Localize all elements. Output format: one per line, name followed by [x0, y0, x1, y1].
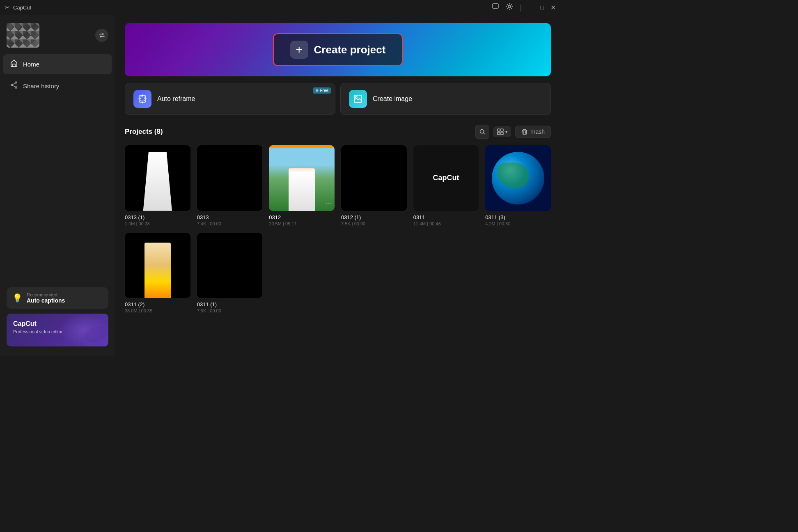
project-name: 0311 (2): [125, 301, 190, 307]
project-name: 0313: [197, 214, 263, 220]
svg-rect-15: [501, 132, 503, 135]
border-top: [269, 145, 335, 148]
recommended-label: Recommended: [27, 292, 65, 297]
person-figure: [289, 168, 315, 211]
settings-icon[interactable]: [506, 3, 513, 12]
earth-land: [497, 163, 529, 189]
auto-reframe-label: Auto reframe: [157, 95, 195, 103]
share-icon: [10, 81, 18, 91]
plus-icon: +: [290, 41, 308, 59]
create-project-button[interactable]: + Create project: [273, 33, 403, 66]
close-button[interactable]: ✕: [550, 4, 556, 11]
recommended-auto-captions-card[interactable]: 💡 Recommended Auto captions: [7, 287, 108, 309]
project-thumb-0312: ···: [269, 145, 335, 211]
app-body: Home Share history 💡 Recommended: [0, 15, 561, 356]
project-item-0311-1[interactable]: 0311 (1) 7.5K | 00:00: [197, 233, 263, 314]
sidebar-item-share-history-label: Share history: [23, 83, 59, 89]
project-thumb-0312-1: [341, 145, 407, 211]
create-image-card[interactable]: Create image: [340, 83, 551, 115]
avatar[interactable]: [7, 23, 39, 48]
sidebar-nav: Home Share history: [0, 54, 115, 96]
trash-label: Trash: [530, 128, 545, 135]
sidebar-item-home[interactable]: Home: [3, 54, 112, 74]
home-icon: [10, 59, 18, 69]
project-thumb-0311-1: [197, 233, 263, 298]
lightbulb-icon: 💡: [12, 293, 23, 303]
project-meta: 38.0M | 00:35: [125, 308, 190, 313]
minimize-button[interactable]: —: [528, 4, 534, 11]
project-item-0312-1[interactable]: 0312 (1) 7.5K | 00:00: [341, 145, 407, 226]
promo-decoration: [67, 314, 108, 346]
project-item-0311[interactable]: CapCut 0311 11.4M | 00:46: [413, 145, 479, 226]
project-thumb-0311-2: [125, 233, 190, 298]
view-toggle-button[interactable]: ▾: [493, 126, 511, 137]
project-item-0311-3[interactable]: 0311 (3) 4.2M | 00:30: [485, 145, 551, 226]
recommended-text: Recommended Auto captions: [27, 292, 65, 304]
titlebar-left: ✂ CapCut: [5, 4, 31, 11]
project-meta: 7.4K | 00:00: [197, 221, 263, 226]
project-thumb-0311-3: [485, 145, 551, 211]
create-image-label: Create image: [373, 95, 412, 103]
project-meta: 1.0M | 00:38: [125, 221, 190, 226]
svg-rect-8: [140, 97, 144, 101]
project-meta: 7.5K | 00:00: [197, 308, 263, 313]
recommended-title: Auto captions: [27, 297, 65, 304]
project-thumb-0313: [197, 145, 263, 211]
project-item-0311-2[interactable]: 0311 (2) 38.0M | 00:35: [125, 233, 190, 314]
avatar-image: [7, 23, 39, 48]
divider: |: [520, 3, 522, 12]
feedback-icon[interactable]: [492, 3, 499, 12]
free-badge-label: Free: [320, 88, 328, 93]
earth-sphere: [492, 152, 544, 204]
project-item-0312[interactable]: ··· 0312 20.5M | 05:17: [269, 145, 335, 226]
project-name: 0312: [269, 214, 335, 220]
sidebar-item-home-label: Home: [23, 61, 39, 68]
app-title: CapCut: [13, 5, 31, 11]
capcut-thumb-text: CapCut: [433, 174, 459, 182]
project-meta: 11.4M | 00:46: [413, 221, 479, 226]
project-name: 0311: [413, 214, 479, 220]
project-name: 0312 (1): [341, 214, 407, 220]
hero-banner: + Create project: [125, 23, 551, 76]
sidebar-bottom: 💡 Recommended Auto captions CapCut Profe…: [0, 282, 115, 351]
project-meta: 20.5M | 05:17: [269, 221, 335, 226]
maximize-button[interactable]: □: [541, 4, 544, 11]
titlebar-controls: | — □ ✕: [492, 3, 556, 12]
project-name: 0313 (1): [125, 214, 190, 220]
project-name: 0311 (1): [197, 301, 263, 307]
main-content: + Create project ⊕ Free Auto reframe: [115, 15, 561, 356]
svg-rect-0: [493, 4, 498, 8]
svg-point-1: [508, 5, 511, 8]
project-name: 0311 (3): [485, 214, 551, 220]
projects-grid: 0313 (1) 1.0M | 00:38 0313 7.4K | 00:00: [125, 145, 551, 313]
create-project-label: Create project: [314, 44, 386, 56]
app-logo-icon: ✂: [5, 4, 10, 11]
svg-rect-13: [501, 129, 503, 131]
figure-yellow: [144, 243, 171, 298]
sidebar: Home Share history 💡 Recommended: [0, 15, 115, 356]
plus-badge-icon: ⊕: [315, 88, 319, 93]
switch-account-button[interactable]: [95, 29, 108, 42]
project-meta: 4.2M | 00:30: [485, 221, 551, 226]
view-toggle-chevron: ▾: [505, 130, 507, 134]
projects-title: Projects (8): [125, 128, 163, 136]
auto-reframe-card[interactable]: ⊕ Free Auto reframe: [125, 83, 335, 115]
projects-tools: ▾ Trash: [475, 125, 551, 139]
reframe-icon: [133, 90, 151, 108]
more-icon[interactable]: ···: [325, 199, 331, 208]
trash-button[interactable]: Trash: [515, 126, 551, 138]
free-badge: ⊕ Free: [313, 87, 331, 94]
project-item-0313-1[interactable]: 0313 (1) 1.0M | 00:38: [125, 145, 190, 226]
thumb-figure: [140, 152, 176, 211]
search-button[interactable]: [475, 125, 489, 139]
sidebar-profile: [0, 20, 115, 54]
svg-rect-12: [498, 129, 500, 131]
projects-header: Projects (8) ▾: [125, 125, 551, 139]
sidebar-item-share-history[interactable]: Share history: [3, 76, 112, 96]
project-item-0313[interactable]: 0313 7.4K | 00:00: [197, 145, 263, 226]
svg-rect-14: [498, 132, 500, 135]
feature-row: ⊕ Free Auto reframe: [125, 83, 551, 115]
project-thumb-0313-1: [125, 145, 190, 211]
promo-card[interactable]: CapCut Professional video editor: [7, 314, 108, 346]
titlebar: ✂ CapCut | — □ ✕: [0, 0, 561, 15]
